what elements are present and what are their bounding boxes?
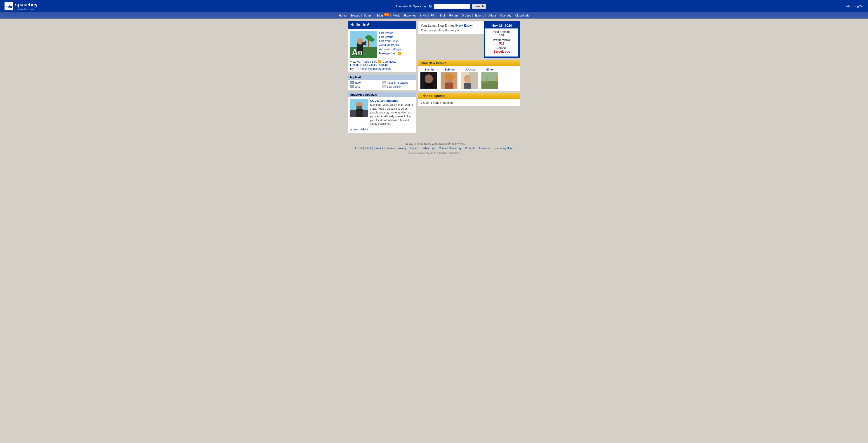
footer-about-link[interactable]: About bbox=[355, 147, 362, 150]
edit-status-link[interactable]: Edit Status bbox=[379, 35, 401, 39]
pics-link[interactable]: Pics bbox=[362, 63, 367, 66]
search-button[interactable]: Search bbox=[472, 4, 486, 9]
person-photo-simon[interactable] bbox=[481, 72, 498, 89]
nav-groups[interactable]: Groups bbox=[460, 14, 473, 17]
instant-messages-link[interactable]: instant messages bbox=[382, 81, 414, 84]
svg-rect-30 bbox=[464, 83, 471, 89]
mail-box: My Mail inbox instant messages sent bbox=[348, 74, 416, 90]
person-photo-joshua[interactable] bbox=[461, 72, 478, 89]
nav-videos[interactable]: Videos bbox=[486, 14, 498, 17]
view-my-label: View My: bbox=[350, 60, 362, 63]
groups-link[interactable]: Groups bbox=[379, 63, 388, 66]
inbox-link[interactable]: inbox bbox=[350, 81, 381, 84]
help-link[interactable]: Help bbox=[844, 4, 850, 8]
friends-stat: Your Friends: 151 bbox=[487, 30, 517, 37]
date-stats: Your Friends: 151 Profile Views: 517 Joi… bbox=[485, 28, 519, 57]
svg-point-9 bbox=[369, 38, 375, 41]
search-input[interactable] bbox=[434, 4, 470, 9]
svg-rect-32 bbox=[482, 81, 498, 89]
learn-more-link[interactable]: » Learn More bbox=[350, 128, 368, 131]
friend-requests-label: Open Friend Requests bbox=[423, 101, 453, 104]
profile-photo: An bbox=[350, 31, 377, 58]
nav-events[interactable]: Events bbox=[473, 14, 486, 17]
manage-blog-link[interactable]: Manage Blog ✉ bbox=[379, 52, 401, 55]
footer-promote-link[interactable]: Promote bbox=[465, 147, 475, 150]
inbox-icon bbox=[350, 82, 354, 84]
logout-link[interactable]: LogOut bbox=[854, 4, 864, 8]
footer-disclaimer: This site is not affiliated with MySpace… bbox=[4, 142, 864, 145]
profile-link[interactable]: Profile bbox=[362, 60, 370, 63]
footer-shop-link[interactable]: SpaceHey Shop bbox=[494, 147, 513, 150]
account-settings-link[interactable]: Account Settings bbox=[379, 48, 401, 51]
nav-bar: Home Browse Search Blog new Music Favori… bbox=[0, 12, 868, 19]
chat-icon bbox=[382, 82, 386, 84]
add-edit-photo-link[interactable]: Add/Edit Photo bbox=[379, 43, 401, 47]
friends-link[interactable]: Friends bbox=[350, 63, 359, 66]
cool-person-simon: Simon bbox=[481, 68, 499, 89]
spacehey-radio[interactable] bbox=[429, 5, 432, 8]
footer-faq-link[interactable]: FAQ bbox=[365, 147, 371, 150]
nav-comedy[interactable]: Comedy bbox=[499, 14, 513, 17]
friends-label: Your Friends: bbox=[487, 30, 517, 33]
person-photo-sachin[interactable] bbox=[420, 72, 437, 89]
nav-forum[interactable]: Forum bbox=[448, 14, 460, 17]
nav-music[interactable]: Music bbox=[392, 14, 402, 17]
joined-stat: Joined: 1 week ago bbox=[487, 46, 517, 53]
person-photo-sobhan[interactable] bbox=[440, 72, 458, 89]
videos-link[interactable]: Videos bbox=[369, 63, 377, 66]
bulletin-icon bbox=[382, 86, 386, 88]
nav-browse[interactable]: Browse bbox=[349, 14, 362, 17]
footer-advertise-link[interactable]: Advertise bbox=[479, 147, 490, 150]
nav-film[interactable]: Film bbox=[430, 14, 438, 17]
nav-classifieds[interactable]: Classifieds bbox=[514, 14, 531, 17]
specials-text: COVID-19 Pandemic Stay safe, wash your h… bbox=[370, 99, 414, 126]
nav-search[interactable]: Search bbox=[363, 14, 375, 17]
date-box: Nov 28, 2020 Your Friends: 151 Profile V… bbox=[484, 21, 520, 58]
nav-mail[interactable]: Mail bbox=[439, 14, 447, 17]
footer-credits-link[interactable]: Credits bbox=[374, 147, 383, 150]
footer-contact-link[interactable]: Contact SpaceHey bbox=[439, 147, 461, 150]
mail-header: My Mail bbox=[348, 74, 416, 80]
cool-people-content: Sachin Sobhan bbox=[418, 66, 520, 91]
blog-new-badge: new bbox=[384, 13, 389, 16]
covid-image-svg bbox=[350, 99, 368, 117]
logo-icon: hey bbox=[4, 2, 13, 10]
nav-blog[interactable]: Blog new bbox=[376, 14, 391, 17]
cool-people-header: Cool New People bbox=[418, 60, 520, 66]
nav-favorites[interactable]: Favorites bbox=[403, 14, 418, 17]
mail-content: inbox instant messages sent post bulleti… bbox=[348, 80, 416, 90]
comments-link[interactable]: Comments bbox=[383, 60, 396, 63]
footer-imprint-link[interactable]: Imprint bbox=[410, 147, 418, 150]
friend-requests-box: Friend Requests 0 Open Friend Requests bbox=[418, 93, 520, 106]
nav-invite[interactable]: Invite bbox=[418, 14, 429, 17]
inbox-label: inbox bbox=[355, 81, 361, 84]
brand-name: spacehey bbox=[15, 2, 37, 7]
cool-people-box: Cool New People Sachin Sobh bbox=[418, 60, 520, 91]
edit-your-links-link[interactable]: Edit Your Links bbox=[379, 39, 401, 43]
edit-profile-link[interactable]: Edit Profile bbox=[379, 31, 401, 35]
svg-rect-24 bbox=[445, 83, 453, 89]
blog-link[interactable]: Blog bbox=[372, 60, 377, 63]
footer-terms-link[interactable]: Terms bbox=[386, 147, 394, 150]
sent-link[interactable]: sent bbox=[350, 85, 381, 88]
specials-title-link[interactable]: COVID-19 Pandemic bbox=[370, 99, 398, 102]
specials-body: Stay safe, wash your hands, wear a mask,… bbox=[370, 103, 414, 126]
profile-box: An Edit Profile Edit Status Edit Your Li… bbox=[348, 29, 416, 72]
new-entry-link[interactable]: New Entry bbox=[456, 24, 471, 27]
post-bulletin-link[interactable]: post bulletin bbox=[382, 85, 414, 88]
nav-home[interactable]: Home bbox=[338, 14, 348, 17]
specials-header: SpaceHey Specials bbox=[348, 92, 416, 97]
footer-privacy-link[interactable]: Privacy bbox=[397, 147, 406, 150]
svg-rect-13 bbox=[365, 41, 366, 42]
views-count: 517 bbox=[487, 41, 517, 45]
views-stat: Profile Views: 517 bbox=[487, 38, 517, 45]
person-name-sobhan: Sobhan bbox=[440, 68, 459, 71]
my-url-link[interactable]: https://spacehey.com/an bbox=[362, 67, 391, 70]
profile-inner: An Edit Profile Edit Status Edit Your Li… bbox=[350, 31, 414, 58]
main-wrapper: Hello, An! bbox=[348, 21, 520, 135]
instant-messages-label: instant messages bbox=[387, 81, 408, 84]
header-links: Help | LogOut bbox=[844, 4, 864, 8]
specials-box: SpaceHey Specials bbox=[348, 92, 416, 133]
footer-safety-link[interactable]: Safety Tips bbox=[422, 147, 435, 150]
profile-links-column: Edit Profile Edit Status Edit Your Links… bbox=[379, 31, 401, 58]
